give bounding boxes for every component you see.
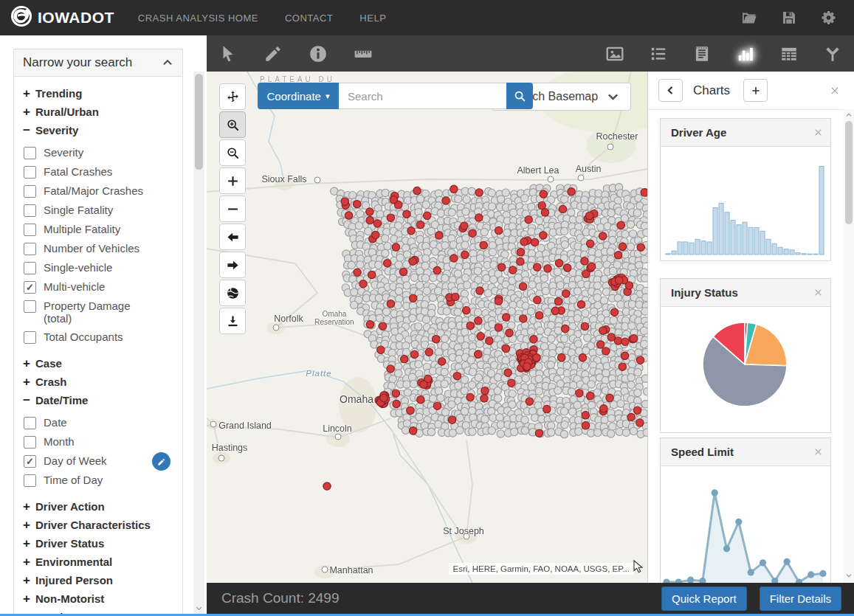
close-chart-icon[interactable]	[813, 447, 823, 457]
checkbox-unchecked[interactable]	[24, 185, 36, 198]
category-label: Case	[35, 357, 62, 370]
map-zoom-in-box-button[interactable]	[219, 111, 246, 138]
sidebar-scrollbar-thumb[interactable]	[195, 74, 203, 170]
bar-chart	[661, 147, 829, 260]
map-attribution: Esri, HERE, Garmin, FAO, NOAA, USGS, EP.…	[449, 563, 634, 575]
close-panel-icon[interactable]	[830, 86, 840, 96]
checkbox-unchecked[interactable]	[24, 262, 36, 274]
tool-table-button[interactable]	[778, 43, 800, 65]
tool-measure-button[interactable]	[352, 43, 374, 65]
tool-info-button[interactable]	[307, 43, 329, 65]
pie-chart	[661, 307, 829, 432]
filter-category-non-motorist[interactable]: +Non-Motorist	[23, 589, 173, 608]
map-next-extent-button[interactable]	[219, 252, 246, 278]
quick-report-button[interactable]: Quick Report	[661, 586, 747, 611]
add-chart-button[interactable]	[743, 79, 768, 102]
filter-category-rural-urban[interactable]: +Rural/Urban	[23, 103, 173, 121]
checkbox-unchecked[interactable]	[24, 417, 36, 429]
map-pan-button[interactable]	[219, 83, 246, 110]
checkbox-unchecked[interactable]	[24, 474, 36, 487]
filter-category-trending[interactable]: +Trending	[23, 84, 173, 103]
navbar-icons	[740, 9, 838, 27]
charts-scroll-up-icon[interactable]	[844, 109, 854, 120]
map-zoom-in-button[interactable]	[219, 167, 246, 194]
checkbox-label: Number of Vehicles	[44, 242, 140, 255]
crash-count-label: Crash Count: 2499	[221, 590, 340, 606]
narrow-search-header[interactable]: Narrow your search	[14, 49, 182, 77]
tool-report-button[interactable]	[691, 43, 713, 65]
checkbox-unchecked[interactable]	[24, 436, 36, 449]
search-input[interactable]	[339, 83, 506, 109]
chart-card-driver-age: Driver Age	[660, 118, 831, 261]
sidebar-scrollbar[interactable]	[193, 72, 204, 614]
charts-scrollbar[interactable]	[844, 109, 854, 614]
checkbox-unchecked[interactable]	[24, 147, 36, 159]
tool-image-button[interactable]	[604, 43, 626, 65]
tool-draw-button[interactable]	[262, 43, 284, 65]
map-zoom-out-box-button[interactable]	[219, 139, 246, 166]
edit-filter-button[interactable]	[152, 452, 171, 471]
open-folder-button[interactable]	[740, 9, 758, 27]
expand-icon: +	[23, 499, 35, 514]
tool-split-button[interactable]	[822, 43, 844, 65]
checkbox-unchecked[interactable]	[24, 224, 36, 236]
charts-scroll-down-icon[interactable]	[844, 570, 854, 581]
zoom-out-box-icon	[226, 146, 240, 160]
zoom-out-icon	[226, 202, 240, 216]
search-button[interactable]	[506, 83, 533, 109]
map-search-bar: Coordinate▾	[258, 83, 533, 109]
tool-charts-button[interactable]	[734, 43, 757, 65]
tool-select-button[interactable]	[217, 43, 239, 65]
map-download-button[interactable]	[219, 308, 246, 334]
checkbox-unchecked[interactable]	[24, 243, 36, 255]
coordinate-dropdown-button[interactable]: Coordinate▾	[258, 83, 339, 109]
filter-category-crash[interactable]: +Crash	[23, 373, 173, 391]
close-chart-icon[interactable]	[813, 128, 823, 137]
chart-card-header[interactable]: Injury Status	[661, 279, 830, 307]
next-extent-icon	[226, 258, 240, 272]
settings-button[interactable]	[820, 9, 838, 27]
charts-panel-title: Charts	[693, 83, 730, 98]
filter-category-injured-person[interactable]: +Injured Person	[23, 571, 173, 589]
filter-category-severity[interactable]: −Severity	[23, 121, 173, 139]
expand-icon: +	[23, 592, 35, 606]
nav-item-crash-analysis-home[interactable]: CRASH ANALYSIS HOME	[138, 13, 258, 24]
filter-category-case[interactable]: +Case	[23, 354, 173, 373]
line-chart	[661, 466, 829, 592]
map-zoom-out-button[interactable]	[219, 195, 246, 222]
charts-scrollbar-thumb[interactable]	[845, 121, 853, 224]
checkbox-unchecked[interactable]	[24, 166, 36, 179]
filter-category-driver-status[interactable]: +Driver Status	[23, 534, 173, 553]
expand-icon: +	[23, 555, 35, 570]
filter-details-button[interactable]: Filter Details	[760, 586, 841, 611]
tool-list-button[interactable]	[647, 43, 669, 65]
checkbox-label: Time of Day	[44, 474, 103, 486]
close-chart-icon[interactable]	[813, 288, 823, 297]
chevron-up-icon[interactable]	[162, 57, 173, 69]
nav-item-help[interactable]: HELP	[359, 13, 386, 24]
filter-category-date-time[interactable]: −Date/Time	[23, 391, 173, 409]
checkbox-unchecked[interactable]	[24, 204, 36, 217]
save-button[interactable]	[780, 9, 798, 27]
sidebar-scroll-down-icon[interactable]	[193, 603, 204, 614]
nav-item-contact[interactable]: CONTACT	[285, 13, 333, 24]
collapse-panel-button[interactable]	[658, 79, 683, 102]
checkbox-unchecked[interactable]	[24, 300, 36, 313]
chart-card-header[interactable]: Driver Age	[661, 119, 830, 147]
filter-category-driver-action[interactable]: +Driver Action	[23, 497, 173, 516]
map-canvas[interactable]	[207, 72, 647, 583]
checkbox-checked[interactable]: ✓	[24, 281, 36, 294]
chart-card-header[interactable]: Speed Limit	[661, 438, 830, 466]
checkbox-checked[interactable]: ✓	[24, 455, 36, 468]
map-full-extent-button[interactable]	[219, 280, 246, 306]
checkbox-unchecked[interactable]	[24, 331, 36, 344]
filter-category-driver-characteristics[interactable]: +Driver Characteristics	[23, 516, 173, 534]
brand-logo[interactable]: IOWADOT	[10, 5, 114, 30]
checkbox-label: Multiple Fatality	[44, 223, 120, 235]
crash-map[interactable]: PLATEAU DUCOTEAU DESSioux FallsRochester…	[207, 72, 647, 583]
filter-category-environmental[interactable]: +Environmental	[23, 553, 173, 571]
status-bar: Crash Count: 2499 Quick Report Filter De…	[207, 583, 854, 614]
pencil-white-icon	[156, 457, 167, 467]
collapse-icon: −	[23, 123, 35, 138]
map-previous-extent-button[interactable]	[219, 224, 246, 250]
